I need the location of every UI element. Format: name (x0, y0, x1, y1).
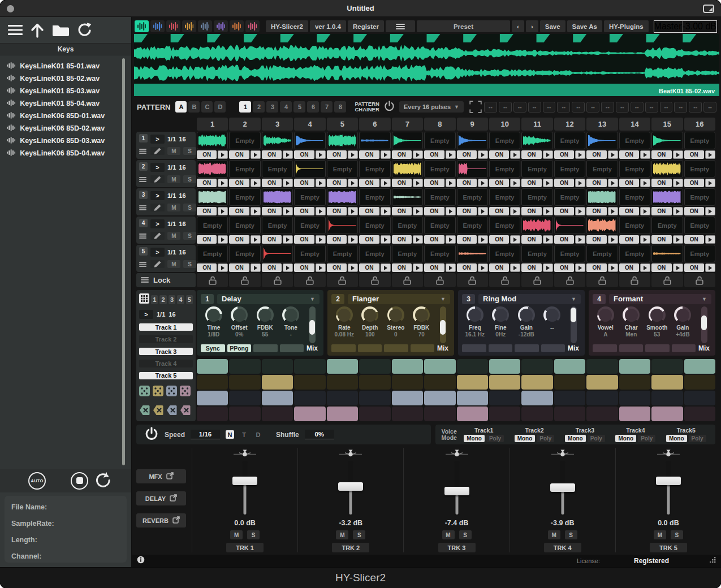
step-play-button[interactable] (640, 207, 650, 215)
step-on-button[interactable]: ON (262, 150, 282, 159)
track-rate-value[interactable]: 1/1 (167, 220, 176, 227)
slice-mode-button[interactable] (135, 20, 149, 32)
step-on-button[interactable]: ON (586, 235, 606, 244)
fx-tab-button[interactable]: 1 (151, 295, 158, 304)
stop-preview-button[interactable] (71, 472, 88, 490)
track-play-button[interactable]: > (150, 219, 165, 228)
step-play-button[interactable] (705, 263, 715, 272)
track-solo-button[interactable]: S (183, 204, 196, 211)
step-on-button[interactable]: ON (197, 263, 217, 272)
step-on-button[interactable]: ON (651, 179, 671, 187)
fx-seq-cell[interactable] (489, 391, 520, 405)
fx-seq-cell[interactable] (619, 375, 650, 390)
step-sample-slot[interactable] (262, 245, 293, 262)
step-on-button[interactable]: ON (554, 235, 574, 244)
browser-folder-header[interactable]: Keys (0, 43, 131, 55)
fx-seq-cell[interactable] (359, 359, 390, 374)
fx-seq-cell[interactable] (197, 391, 228, 405)
step-on-button[interactable]: ON (489, 150, 509, 159)
track-rate-value[interactable]: 1/1 (167, 192, 176, 199)
pattern-slot-button[interactable]: 4 (280, 101, 292, 113)
fx-rate-value[interactable]: 1/1 (157, 311, 165, 318)
fx-track-select-button[interactable]: Track 2 (139, 335, 193, 343)
menu-icon[interactable] (8, 25, 23, 35)
step-sample-slot[interactable] (651, 160, 683, 178)
step-on-button[interactable]: ON (489, 263, 509, 272)
step-on-button[interactable]: ON (294, 235, 314, 244)
fx-option-button[interactable] (619, 344, 644, 352)
pattern-bank-button[interactable]: A (175, 101, 187, 113)
step-on-button[interactable]: ON (619, 207, 639, 215)
fx-seq-cell[interactable] (424, 391, 455, 405)
fx-seq-cell[interactable] (359, 375, 390, 390)
fx-knob[interactable] (674, 306, 691, 323)
fx-option-button[interactable] (489, 344, 513, 352)
poly-button[interactable]: Poly (689, 435, 706, 442)
step-on-button[interactable]: ON (392, 150, 412, 159)
fx-seq-cell[interactable] (294, 391, 325, 405)
track-play-button[interactable]: > (150, 191, 165, 200)
step-sample-slot[interactable]: Empty (684, 160, 715, 178)
hy-plugins-button[interactable]: HY-Plugins (604, 20, 649, 32)
resize-grip[interactable] (709, 556, 716, 566)
step-sample-slot[interactable] (327, 217, 358, 234)
volume-fader[interactable] (549, 461, 577, 516)
volume-fader[interactable] (443, 461, 471, 516)
poly-button[interactable]: Poly (588, 435, 605, 442)
step-play-button[interactable] (348, 207, 358, 215)
mix-slider-thumb[interactable] (571, 308, 576, 322)
step-on-button[interactable]: ON (197, 179, 217, 187)
chainer-slot[interactable]: -- (528, 102, 541, 113)
step-play-button[interactable] (316, 207, 326, 215)
step-on-button[interactable]: ON (327, 150, 347, 159)
chainer-slot[interactable]: -- (645, 102, 658, 113)
step-play-button[interactable] (283, 179, 293, 187)
step-play-button[interactable] (608, 207, 618, 215)
fx-tab-button[interactable]: 4 (177, 295, 184, 304)
channel-solo-button[interactable]: S (459, 530, 472, 539)
track-edit-icon[interactable] (150, 204, 165, 211)
slice-mode-button[interactable] (245, 20, 260, 32)
chainer-mode-dropdown[interactable]: Every 16 pulses▼ (399, 101, 464, 113)
fader-thumb[interactable] (444, 487, 469, 495)
step-play-button[interactable] (575, 207, 585, 215)
fx-seq-cell[interactable] (262, 375, 293, 390)
fx-knob[interactable] (623, 306, 640, 323)
fx-seq-cell[interactable] (684, 375, 715, 390)
track-menu-icon[interactable] (139, 231, 148, 242)
step-sample-slot[interactable] (554, 217, 585, 234)
step-on-button[interactable]: ON (457, 235, 477, 244)
fx-option-button[interactable] (253, 344, 278, 352)
step-play-button[interactable] (446, 235, 456, 244)
fx-type-dropdown[interactable]: Formant▼ (609, 294, 711, 304)
fx-tab-button[interactable]: 3 (169, 295, 175, 304)
file-list-scrollbar[interactable] (122, 58, 125, 465)
mono-button[interactable]: Mono (615, 435, 636, 442)
step-lock-button[interactable] (327, 273, 358, 287)
track-mute-button[interactable]: M (167, 260, 180, 268)
step-on-button[interactable]: ON (457, 179, 477, 187)
step-sample-slot[interactable] (521, 132, 552, 149)
fx-seq-cell[interactable] (489, 407, 520, 421)
step-sample-slot[interactable]: Empty (262, 217, 293, 234)
slice-mode-button[interactable] (230, 20, 244, 32)
step-on-button[interactable]: ON (262, 263, 282, 272)
step-on-button[interactable]: ON (229, 207, 249, 215)
lock-label-cell[interactable]: Lock (136, 273, 196, 287)
fx-type-dropdown[interactable]: Flanger▼ (348, 294, 450, 304)
pattern-bank-button[interactable]: C (201, 101, 213, 113)
step-on-button[interactable]: ON (262, 207, 282, 215)
preset-prev-button[interactable]: ‹ (512, 20, 524, 32)
step-sample-slot[interactable]: Empty (489, 217, 520, 234)
clear-row-icon[interactable] (180, 405, 191, 418)
fx-mix-slider[interactable] (701, 306, 707, 343)
chainer-slot[interactable]: -- (557, 102, 570, 113)
detach-window-icon[interactable] (703, 5, 714, 13)
step-play-button[interactable] (608, 235, 618, 244)
fx-seq-cell[interactable] (489, 375, 520, 390)
fx-grid-view-button[interactable] (139, 293, 149, 306)
fx-seq-cell[interactable] (554, 391, 585, 405)
step-sample-slot[interactable] (262, 132, 293, 149)
fx-seq-cell[interactable] (294, 359, 325, 374)
chainer-slot[interactable]: -- (586, 102, 599, 113)
